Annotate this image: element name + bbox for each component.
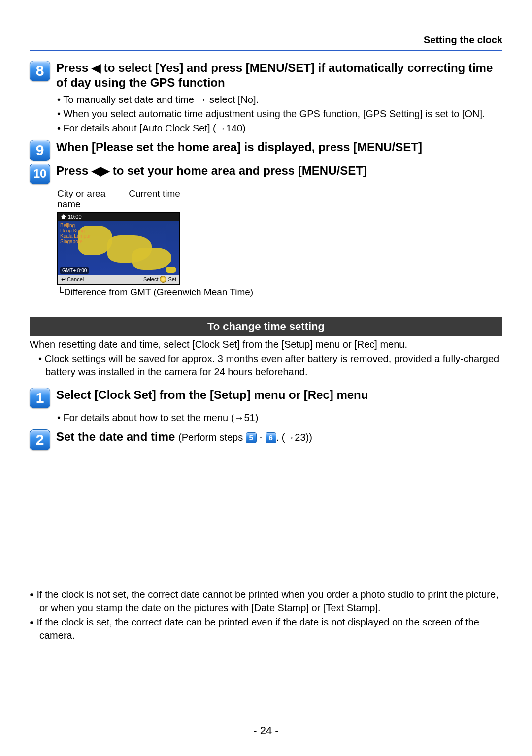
step-2: 2 Set the date and time (Perform steps 5… xyxy=(30,429,502,450)
section-bullet: Clock settings will be saved for approx.… xyxy=(38,352,502,379)
lcd-preview: 10:00 Beijing Hong Kong Kuala Lumpur Sin… xyxy=(57,212,180,285)
lcd-set: Set xyxy=(168,276,176,282)
label-city: City or area name xyxy=(57,188,126,210)
bullet: When you select automatic time adjustmen… xyxy=(57,107,502,121)
lcd-labels: City or area name Current time xyxy=(57,188,502,210)
label-current-time: Current time xyxy=(129,188,180,199)
dpad-icon xyxy=(160,276,166,283)
step-number-badge: 9 xyxy=(30,140,50,161)
ref-step-5-icon: 5 xyxy=(246,432,257,443)
step-8-heading: Press ◀ to select [Yes] and press [MENU/… xyxy=(56,61,502,90)
step-number-badge: 1 xyxy=(30,388,50,408)
note: If the clock is not set, the correct dat… xyxy=(30,588,502,615)
lcd-bottom-bar: Cancel Select Set xyxy=(58,275,179,284)
step-8: 8 Press ◀ to select [Yes] and press [MEN… xyxy=(30,61,502,90)
lcd-cancel: Cancel xyxy=(61,276,84,283)
step-1-heading: Select [Clock Set] from the [Setup] menu… xyxy=(56,388,502,402)
header-rule xyxy=(30,50,502,51)
lcd-city-list: Beijing Hong Kong Kuala Lumpur Singapore xyxy=(60,223,91,244)
step-1: 1 Select [Clock Set] from the [Setup] me… xyxy=(30,388,502,408)
lcd-gmt: GMT+ 8:00 xyxy=(60,267,89,274)
city: Hong Kong xyxy=(60,228,91,233)
section-heading: To change time setting xyxy=(30,317,502,336)
step-10: 10 Press ◀▶ to set your home area and pr… xyxy=(30,164,502,184)
footer-notes: If the clock is not set, the correct dat… xyxy=(30,588,502,642)
bullet: To manually set date and time → select [… xyxy=(57,93,502,106)
section-intro: When resetting date and time, select [Cl… xyxy=(30,338,502,351)
step-number-badge: 2 xyxy=(30,429,50,450)
note: If the clock is set, the correct date ca… xyxy=(30,616,502,642)
city: Beijing xyxy=(60,223,91,228)
lcd-top-bar: 10:00 xyxy=(58,213,179,221)
home-icon xyxy=(61,214,66,219)
step-2-heading: Set the date and time (Perform steps 5 -… xyxy=(56,429,502,444)
step-number-badge: 10 xyxy=(30,164,50,184)
step-10-heading: Press ◀▶ to set your home area and press… xyxy=(56,164,502,178)
step-9-heading: When [Please set the home area] is displ… xyxy=(56,140,502,155)
header-title: Setting the clock xyxy=(30,34,502,46)
lcd-select: Select xyxy=(143,276,159,282)
step-8-bullets: To manually set date and time → select [… xyxy=(57,93,502,135)
city: Singapore xyxy=(60,239,91,244)
gmt-footnote: └Difference from GMT (Greenwich Mean Tim… xyxy=(57,287,502,297)
lcd-clock: 10:00 xyxy=(68,214,82,220)
step-2-heading-a: Set the date and time xyxy=(56,430,178,443)
gmt-footnote-text: Difference from GMT (Greenwich Mean Time… xyxy=(64,287,253,297)
step-9: 9 When [Please set the home area] is dis… xyxy=(30,140,502,161)
step-2-dash: - xyxy=(257,432,266,443)
step-number-badge: 8 xyxy=(30,61,50,81)
step-1-bullet: For details about how to set the menu (→… xyxy=(57,411,502,425)
ref-step-6-icon: 6 xyxy=(266,432,276,443)
step-2-heading-b: (Perform steps xyxy=(178,432,246,443)
lcd-map: Beijing Hong Kong Kuala Lumpur Singapore… xyxy=(58,221,179,275)
page-number: - 24 - xyxy=(0,724,532,737)
step-2-heading-c: . (→23)) xyxy=(276,432,312,443)
city: Kuala Lumpur xyxy=(60,233,91,239)
bullet: For details about [Auto Clock Set] (→140… xyxy=(57,122,502,135)
dst-icon xyxy=(166,267,176,273)
